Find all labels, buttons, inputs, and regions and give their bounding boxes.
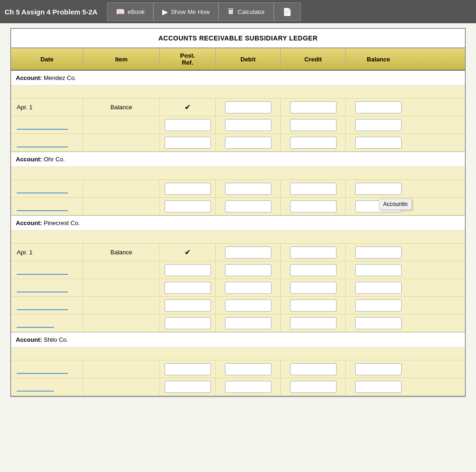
account-body-mendez: Apr. 1 Balance ✔ <box>11 86 465 152</box>
post-cell <box>160 261 216 279</box>
date-underline[interactable] <box>17 120 68 130</box>
balance-input[interactable] <box>355 381 402 393</box>
debit-input[interactable] <box>225 299 271 312</box>
date-underline[interactable] <box>17 202 68 211</box>
account-section-ohr: Account: Ohr Co. <box>11 152 465 216</box>
credit-input[interactable] <box>290 317 337 329</box>
debit-input[interactable] <box>225 246 271 259</box>
debit-input[interactable] <box>225 317 271 329</box>
post-input[interactable] <box>165 363 211 375</box>
item-cell <box>83 116 160 133</box>
account-label-shilo: Account: Shilo Co. <box>11 332 465 347</box>
table-row <box>11 360 465 378</box>
item-cell <box>83 314 160 332</box>
date-underline[interactable] <box>17 319 54 328</box>
date-text: Apr. 1 <box>17 104 33 111</box>
post-cell <box>160 378 216 395</box>
date-underline[interactable] <box>17 283 68 293</box>
debit-input[interactable] <box>225 363 271 375</box>
post-input[interactable] <box>165 381 211 393</box>
ebook-button[interactable]: 📖 eBook <box>107 2 154 21</box>
date-cell <box>11 279 83 296</box>
debit-input[interactable] <box>225 183 271 195</box>
item-cell <box>83 360 160 378</box>
table-row <box>11 134 465 152</box>
post-input[interactable] <box>165 282 211 294</box>
page-title: Ch 5 Assign 4 Problem 5-2A <box>5 8 98 16</box>
date-underline[interactable] <box>17 365 68 374</box>
debit-cell <box>216 297 281 314</box>
post-input[interactable] <box>165 119 211 131</box>
date-cell <box>11 198 83 215</box>
balance-input[interactable] <box>355 246 402 259</box>
empty-row <box>11 86 465 99</box>
balance-cell <box>346 134 411 151</box>
ebook-icon: 📖 <box>116 7 125 16</box>
credit-input[interactable] <box>290 183 337 195</box>
credit-input[interactable] <box>290 101 337 113</box>
post-input[interactable] <box>165 299 211 312</box>
debit-input[interactable] <box>225 381 271 393</box>
balance-input[interactable] <box>355 264 402 276</box>
col-header-post: Post.Ref. <box>160 48 216 70</box>
top-bar: Ch 5 Assign 4 Problem 5-2A 📖 eBook ▶ Sho… <box>0 0 476 23</box>
account-body-pinecrest: Apr. 1 Balance ✔ <box>11 231 465 332</box>
item-cell <box>83 261 160 279</box>
table-row: Apr. 1 Balance ✔ <box>11 244 465 261</box>
balance-input[interactable] <box>355 317 402 329</box>
account-body-shilo <box>11 347 465 396</box>
credit-input[interactable] <box>290 381 337 393</box>
date-underline[interactable] <box>17 184 68 193</box>
ledger-title: ACCOUNTS RECEIVABLE SUBSIDIARY LEDGER <box>11 29 465 48</box>
show-me-how-button[interactable]: ▶ Show Me How <box>153 2 218 21</box>
table-row <box>11 378 465 396</box>
toolbar-buttons: 📖 eBook ▶ Show Me How 🖩 Calculator 📄 <box>107 2 301 21</box>
debit-input[interactable] <box>225 264 271 276</box>
balance-input[interactable] <box>355 119 402 131</box>
balance-input[interactable] <box>355 137 402 149</box>
debit-input[interactable] <box>225 137 271 149</box>
post-cell <box>160 134 216 151</box>
date-underline[interactable] <box>17 301 68 310</box>
post-cell <box>160 297 216 314</box>
balance-input[interactable] <box>355 363 402 375</box>
calculator-button[interactable]: 🖩 Calculator <box>218 2 274 21</box>
post-input[interactable] <box>165 137 211 149</box>
ebook-label: eBook <box>128 8 145 15</box>
credit-input[interactable] <box>290 200 337 213</box>
post-input[interactable] <box>165 317 211 329</box>
credit-input[interactable] <box>290 137 337 149</box>
debit-input[interactable] <box>225 119 271 131</box>
credit-input[interactable] <box>290 299 337 312</box>
date-cell <box>11 116 83 133</box>
post-input[interactable] <box>165 264 211 276</box>
debit-input[interactable] <box>225 200 271 213</box>
date-cell: Apr. 1 <box>11 244 83 261</box>
balance-input[interactable] <box>355 299 402 312</box>
notes-button[interactable]: 📄 <box>274 2 301 21</box>
date-cell <box>11 360 83 378</box>
date-underline[interactable] <box>17 138 68 147</box>
credit-input[interactable] <box>290 264 337 276</box>
credit-input[interactable] <box>290 246 337 259</box>
balance-input[interactable] <box>355 282 402 294</box>
date-underline[interactable] <box>17 266 68 275</box>
balance-input[interactable] <box>355 101 402 113</box>
balance-cell <box>346 279 411 296</box>
credit-input[interactable] <box>290 119 337 131</box>
balance-input[interactable] <box>355 183 402 195</box>
date-underline[interactable] <box>17 382 54 392</box>
credit-input[interactable] <box>290 282 337 294</box>
debit-input[interactable] <box>225 101 271 113</box>
table-row <box>11 314 465 332</box>
date-cell <box>11 180 83 197</box>
item-cell <box>83 134 160 151</box>
credit-input[interactable] <box>290 363 337 375</box>
debit-cell <box>216 99 281 116</box>
col-header-balance: Balance <box>346 48 411 70</box>
post-input[interactable] <box>165 183 211 195</box>
credit-cell <box>281 134 346 151</box>
debit-input[interactable] <box>225 282 271 294</box>
post-input[interactable] <box>165 200 211 213</box>
debit-cell <box>216 279 281 296</box>
